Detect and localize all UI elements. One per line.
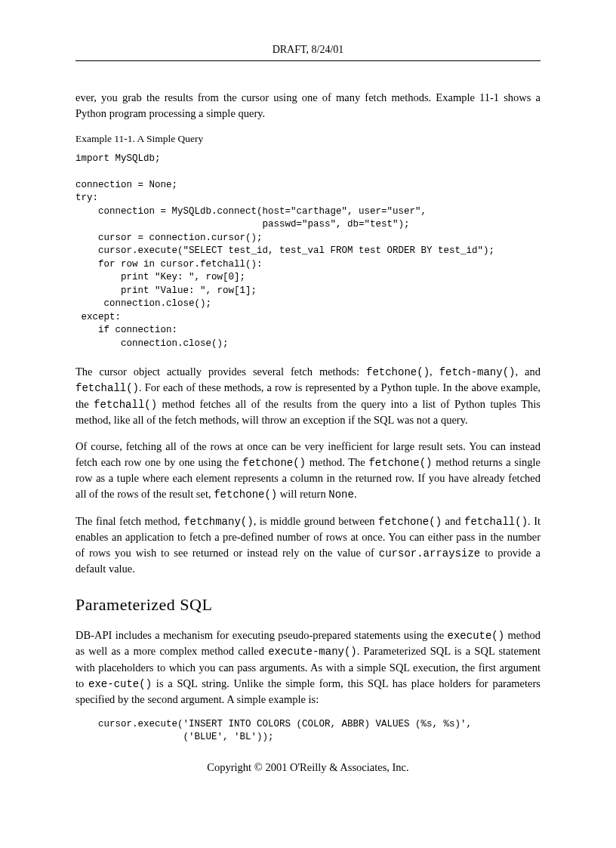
- code-inline: exe-cute(): [88, 678, 152, 690]
- code-inline: cursor.arraysize: [379, 547, 480, 560]
- code-inline: fetch-many(): [439, 366, 516, 378]
- code-inline: fetchall(): [75, 382, 139, 394]
- code-inline: execute(): [448, 630, 505, 642]
- code-inline: fetchone(): [368, 457, 432, 469]
- text: .: [354, 488, 357, 500]
- code-inline: fetchall(): [94, 399, 157, 411]
- page-header: DRAFT, 8/24/01: [75, 42, 541, 61]
- code-inline: fetchone(): [242, 457, 306, 469]
- paragraph-intro: ever, you grab the results from the curs…: [75, 90, 541, 122]
- code-inline: execute-many(): [268, 646, 357, 658]
- code-inline: fetchone(): [378, 516, 442, 528]
- code-inline: fetchone(): [214, 489, 277, 501]
- text: , and: [515, 365, 541, 378]
- code-example-1: import MySQLdb; connection = None; try: …: [75, 153, 541, 351]
- text: , is middle ground between: [254, 515, 378, 527]
- text: The cursor object actually provides seve…: [75, 365, 366, 378]
- paragraph-fetch-methods: The cursor object actually provides seve…: [75, 364, 541, 428]
- text: will return: [277, 488, 328, 500]
- code-inline: fetchmany(): [183, 516, 253, 528]
- paragraph-fetchone: Of course, fetching all of the rows at o…: [75, 439, 541, 503]
- code-inline: None: [328, 489, 354, 501]
- text: The final fetch method,: [75, 515, 183, 527]
- text: ,: [430, 365, 439, 378]
- text: DB-API includes a mechanism for executin…: [75, 629, 448, 641]
- example-caption: Example 11-1. A Simple Query: [75, 132, 541, 146]
- code-example-2: cursor.execute('INSERT INTO COLORS (COLO…: [98, 718, 541, 745]
- paragraph-parameterized: DB-API includes a mechanism for executin…: [75, 628, 541, 708]
- code-inline: fetchone(): [366, 366, 430, 378]
- text: and: [442, 515, 464, 527]
- section-heading: Parameterized SQL: [75, 594, 541, 617]
- paragraph-fetchmany: The final fetch method, fetchmany(), is …: [75, 513, 541, 578]
- text: method. The: [306, 456, 368, 468]
- page-footer: Copyright © 2001 O'Reilly & Associates, …: [75, 760, 541, 775]
- code-inline: fetchall(): [464, 516, 528, 528]
